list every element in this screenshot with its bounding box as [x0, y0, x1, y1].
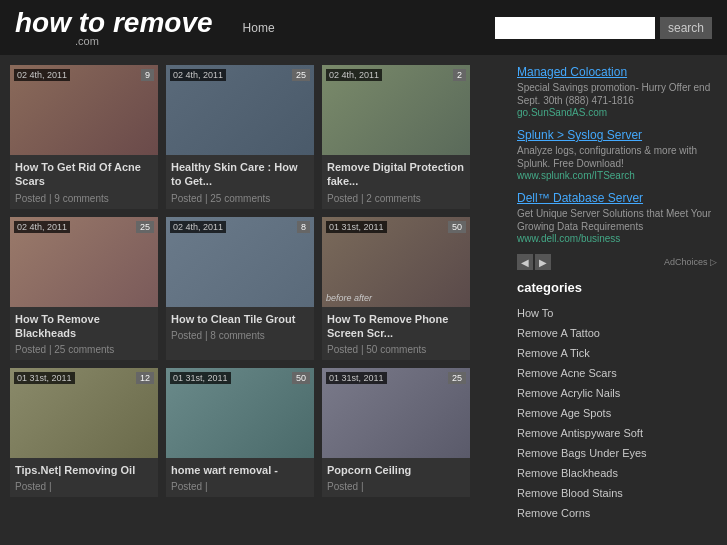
article-meta-9: Posted | [327, 481, 465, 492]
category-item-5[interactable]: Remove Age Spots [517, 403, 717, 423]
article-date-2: 02 4th, 2011 [170, 69, 226, 81]
ad-text-1: Analyze logs, configurations & more with… [517, 144, 717, 170]
category-item-6[interactable]: Remove Antispyware Soft [517, 423, 717, 443]
before-after-label: before after [326, 293, 372, 303]
article-meta-5: Posted | 8 comments [171, 330, 309, 341]
article-title-8: home wart removal - [171, 463, 309, 477]
article-title-1: How To Get Rid Of Acne Scars [15, 160, 153, 189]
article-date-6: 01 31st, 2011 [326, 221, 387, 233]
article-title-3: Remove Digital Protection fake... [327, 160, 465, 189]
search-area: search [495, 17, 712, 39]
article-count-2: 25 [292, 69, 310, 81]
article-meta-7: Posted | [15, 481, 153, 492]
article-date-3: 02 4th, 2011 [326, 69, 382, 81]
article-thumb-8: 01 31st, 201150 [166, 368, 314, 458]
logo-main[interactable]: how to remove [15, 9, 213, 37]
article-date-7: 01 31st, 2011 [14, 372, 75, 384]
ad-text-0: Special Savings promotion- Hurry Offer e… [517, 81, 717, 107]
article-count-6: 50 [448, 221, 466, 233]
category-item-9[interactable]: Remove Blood Stains [517, 483, 717, 503]
article-thumb-4: 02 4th, 201125 [10, 217, 158, 307]
ad-item-0: Managed ColocationSpecial Savings promot… [517, 65, 717, 118]
article-date-8: 01 31st, 2011 [170, 372, 231, 384]
article-count-3: 2 [453, 69, 466, 81]
article-thumb-2: 02 4th, 201125 [166, 65, 314, 155]
article-thumb-5: 02 4th, 20118 [166, 217, 314, 307]
ad-item-2: Dell™ Database ServerGet Unique Server S… [517, 191, 717, 244]
ad-title-2[interactable]: Dell™ Database Server [517, 191, 717, 205]
logo-com: .com [75, 35, 213, 47]
article-card-1[interactable]: 02 4th, 20119How To Get Rid Of Acne Scar… [10, 65, 158, 209]
ad-url-2: www.dell.com/business [517, 233, 717, 244]
article-card-9[interactable]: 01 31st, 201125Popcorn CeilingPosted | [322, 368, 470, 497]
articles-row-3: 01 31st, 201112Tips.Net| Removing OilPos… [10, 368, 507, 497]
main-container: 02 4th, 20119How To Get Rid Of Acne Scar… [0, 55, 727, 533]
category-item-10[interactable]: Remove Corns [517, 503, 717, 523]
article-date-9: 01 31st, 2011 [326, 372, 387, 384]
article-title-7: Tips.Net| Removing Oil [15, 463, 153, 477]
article-date-1: 02 4th, 2011 [14, 69, 70, 81]
article-count-9: 25 [448, 372, 466, 384]
article-title-4: How To Remove Blackheads [15, 312, 153, 341]
article-title-6: How To Remove Phone Screen Scr... [327, 312, 465, 341]
article-card-5[interactable]: 02 4th, 20118How to Clean Tile GroutPost… [166, 217, 314, 361]
article-card-3[interactable]: 02 4th, 20112Remove Digital Protection f… [322, 65, 470, 209]
article-thumb-7: 01 31st, 201112 [10, 368, 158, 458]
categories-list: How ToRemove A TattooRemove A TickRemove… [517, 303, 717, 523]
category-item-1[interactable]: Remove A Tattoo [517, 323, 717, 343]
article-count-7: 12 [136, 372, 154, 384]
ad-text-2: Get Unique Server Solutions that Meet Yo… [517, 207, 717, 233]
search-button[interactable]: search [660, 17, 712, 39]
ad-prev-button[interactable]: ◀ [517, 254, 533, 270]
article-meta-1: Posted | 9 comments [15, 193, 153, 204]
article-count-4: 25 [136, 221, 154, 233]
sidebar: Managed ColocationSpecial Savings promot… [517, 65, 717, 523]
article-thumb-9: 01 31st, 201125 [322, 368, 470, 458]
category-item-3[interactable]: Remove Acne Scars [517, 363, 717, 383]
category-item-4[interactable]: Remove Acrylic Nails [517, 383, 717, 403]
article-count-1: 9 [141, 69, 154, 81]
article-meta-3: Posted | 2 comments [327, 193, 465, 204]
ad-item-1: Splunk > Syslog ServerAnalyze logs, conf… [517, 128, 717, 181]
article-count-8: 50 [292, 372, 310, 384]
category-item-7[interactable]: Remove Bags Under Eyes [517, 443, 717, 463]
ad-choices-label: AdChoices ▷ [664, 257, 717, 267]
ad-url-0: go.SunSandAS.com [517, 107, 717, 118]
content-area: 02 4th, 20119How To Get Rid Of Acne Scar… [10, 65, 507, 523]
nav-home-link[interactable]: Home [243, 21, 275, 35]
article-meta-2: Posted | 25 comments [171, 193, 309, 204]
category-item-2[interactable]: Remove A Tick [517, 343, 717, 363]
category-item-0[interactable]: How To [517, 303, 717, 323]
header: how to remove .com Home search [0, 0, 727, 55]
ad-nav: ◀▶AdChoices ▷ [517, 254, 717, 270]
article-card-6[interactable]: 01 31st, 201150before afterHow To Remove… [322, 217, 470, 361]
ad-title-1[interactable]: Splunk > Syslog Server [517, 128, 717, 142]
article-card-7[interactable]: 01 31st, 201112Tips.Net| Removing OilPos… [10, 368, 158, 497]
articles-row-2: 02 4th, 201125How To Remove BlackheadsPo… [10, 217, 507, 361]
ad-next-button[interactable]: ▶ [535, 254, 551, 270]
article-card-4[interactable]: 02 4th, 201125How To Remove BlackheadsPo… [10, 217, 158, 361]
article-thumb-6: 01 31st, 201150before after [322, 217, 470, 307]
ad-url-1: www.splunk.com/ITSearch [517, 170, 717, 181]
search-input[interactable] [495, 17, 655, 39]
article-date-4: 02 4th, 2011 [14, 221, 70, 233]
categories-section: categories How ToRemove A TattooRemove A… [517, 280, 717, 523]
article-date-5: 02 4th, 2011 [170, 221, 226, 233]
article-meta-8: Posted | [171, 481, 309, 492]
article-title-5: How to Clean Tile Grout [171, 312, 309, 326]
ads-section: Managed ColocationSpecial Savings promot… [517, 65, 717, 270]
article-card-8[interactable]: 01 31st, 201150home wart removal -Posted… [166, 368, 314, 497]
article-thumb-1: 02 4th, 20119 [10, 65, 158, 155]
article-title-9: Popcorn Ceiling [327, 463, 465, 477]
articles-row-1: 02 4th, 20119How To Get Rid Of Acne Scar… [10, 65, 507, 209]
article-count-5: 8 [297, 221, 310, 233]
article-card-2[interactable]: 02 4th, 201125Healthy Skin Care : How to… [166, 65, 314, 209]
categories-title: categories [517, 280, 717, 295]
article-meta-4: Posted | 25 comments [15, 344, 153, 355]
nav-area: Home [243, 21, 495, 35]
logo-area: how to remove .com [15, 9, 213, 47]
article-meta-6: Posted | 50 comments [327, 344, 465, 355]
category-item-8[interactable]: Remove Blackheads [517, 463, 717, 483]
ad-title-0[interactable]: Managed Colocation [517, 65, 717, 79]
article-title-2: Healthy Skin Care : How to Get... [171, 160, 309, 189]
